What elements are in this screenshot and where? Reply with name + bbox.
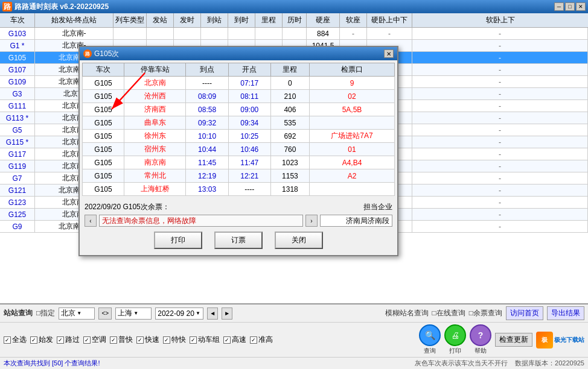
dialog-close-button[interactable]: ✕	[384, 49, 394, 58]
cb-quanxuan[interactable]	[4, 336, 11, 344]
query-button[interactable]: 🔍 查询	[419, 324, 441, 355]
dialog-print-button[interactable]: 打印	[154, 232, 202, 249]
checkbox-shifa[interactable]: 始发	[30, 335, 53, 345]
dialog-table: 车次 停靠车站 到点 开点 里程 检票口 G105北京南----07:1709G…	[82, 63, 395, 196]
dialog-nav-right[interactable]: ›	[305, 215, 318, 227]
table-row[interactable]: G103北京南-884---	[0, 28, 588, 40]
table-cell: G121	[0, 184, 35, 196]
to-station-combo[interactable]: 上海 ▼	[115, 308, 152, 320]
col-header-arrive-time[interactable]: 到时	[228, 13, 255, 27]
checkbox-kongtiao[interactable]: 空调	[83, 335, 106, 345]
close-button[interactable]: ✕	[576, 2, 586, 11]
table-cell: -	[412, 197, 588, 208]
checkbox-tekuai[interactable]: 特快	[163, 335, 186, 345]
dialog-table-cell: 常州北	[124, 169, 186, 183]
to-station-arrow: ▼	[133, 311, 138, 316]
col-header-soft-seat[interactable]: 软座	[340, 13, 367, 27]
dialog-close-btn[interactable]: 关闭	[275, 232, 323, 249]
print-icon[interactable]: 🖨	[444, 324, 466, 346]
table-cell: G125	[0, 209, 35, 220]
date-next-button[interactable]: ►	[222, 308, 232, 320]
query-icon[interactable]: 🔍	[419, 324, 441, 346]
visit-home-button[interactable]: 访问首页	[506, 306, 543, 320]
dialog-table-cell: 12:19	[186, 169, 228, 183]
table-cell: -	[412, 160, 588, 172]
dialog-col-arrive: 到点	[186, 63, 228, 77]
col-header-duration[interactable]: 历时	[283, 13, 307, 27]
dialog-table-cell: 08:58	[186, 103, 228, 116]
dialog-table-row[interactable]: G105常州北12:1912:211153A2	[83, 169, 395, 183]
filter-row: 全选 始发 路过 空调 普快	[0, 323, 588, 358]
status-result-count: 本次查询共找到 [50] 个查询结果!	[4, 359, 100, 368]
dialog-table-row[interactable]: G105沧州西08:0908:1121002	[83, 90, 395, 103]
from-station-combo[interactable]: 北京 ▼	[59, 308, 95, 320]
fuzzy-search-label[interactable]: 模糊站名查询	[385, 308, 429, 318]
dialog-table-cell: 济南西	[124, 103, 186, 116]
dialog-nav-left[interactable]: ‹	[85, 215, 97, 227]
col-header-route[interactable]: 始发站-终点站	[35, 13, 113, 27]
checkbox-gaotie[interactable]: 高速	[223, 335, 246, 345]
dialog-table-row[interactable]: G105济南西08:5809:004065A,5B	[83, 103, 395, 116]
table-cell: G103	[0, 28, 35, 39]
cb-kuaisu[interactable]	[136, 336, 144, 344]
col-header-hard-berth[interactable]: 硬卧上中下	[367, 13, 412, 27]
cb-zhungao[interactable]	[250, 336, 257, 344]
table-cell: G7	[0, 172, 35, 184]
check-update-button[interactable]: 检查更新	[495, 333, 532, 347]
col-header-soft-berth[interactable]: 软卧上下	[412, 13, 588, 27]
checkbox-dongchezu[interactable]: 动车组	[190, 335, 220, 345]
checkbox-quanxuan[interactable]: 全选	[4, 335, 27, 345]
specify-checkbox-label[interactable]: □指定	[36, 308, 55, 318]
table-cell: G5	[0, 124, 35, 136]
dialog-table-cell: 760	[270, 143, 309, 156]
dialog-table-row[interactable]: G105曲阜东09:3209:34535	[83, 116, 395, 130]
cb-dongchezu[interactable]	[190, 336, 197, 344]
jg-icon: 极	[536, 332, 553, 348]
help-button[interactable]: ? 帮助	[470, 324, 491, 355]
date-combo[interactable]: 2022-09 20 ▼	[155, 308, 203, 320]
export-result-button[interactable]: 导出结果	[547, 306, 584, 320]
col-header-from[interactable]: 发站	[147, 13, 174, 27]
cb-gaotie[interactable]	[223, 336, 231, 344]
remain-check-label[interactable]: □余票查询	[469, 308, 502, 318]
table-cell: 884	[307, 28, 340, 39]
col-header-hard-seat[interactable]: 硬座	[307, 13, 340, 27]
col-header-depart-time[interactable]: 发时	[174, 13, 201, 27]
checkbox-pukuai[interactable]: 普快	[110, 335, 133, 345]
col-header-type[interactable]: 列车类型	[113, 13, 147, 27]
maximize-button[interactable]: □	[565, 2, 575, 11]
dialog-table-cell: 08:09	[186, 90, 228, 103]
dialog-table-cell: G105	[83, 90, 124, 103]
cb-tekuai[interactable]	[163, 336, 170, 344]
col-header-train[interactable]: 车次	[0, 13, 35, 27]
table-cell: G111	[0, 100, 35, 112]
dialog-col-train: 车次	[83, 63, 124, 77]
table-cell: G117	[0, 148, 35, 160]
dialog-table-row[interactable]: G105徐州东10:1010:25692广场进站7A7	[83, 130, 395, 143]
g105-dialog: 路 G105次 ✕ 车次 停靠车站 到点 开点	[78, 46, 398, 256]
swap-stations-button[interactable]: <>	[98, 308, 112, 320]
checkbox-kuaisu[interactable]: 快速	[136, 335, 159, 345]
cb-pukuai[interactable]	[110, 336, 117, 344]
table-cell	[201, 28, 228, 39]
cb-luguo[interactable]	[57, 336, 64, 344]
date-prev-button[interactable]: ◄	[207, 308, 218, 320]
col-header-distance[interactable]: 里程	[255, 13, 283, 27]
help-icon[interactable]: ?	[470, 324, 491, 346]
dialog-table-cell: 11:47	[228, 156, 270, 169]
minimize-button[interactable]: ─	[554, 2, 564, 11]
query-label: 查询	[424, 347, 436, 355]
dialog-table-row[interactable]: G105南京南11:4511:471023A4,B4	[83, 156, 395, 169]
dialog-order-button[interactable]: 订票	[214, 232, 263, 249]
cb-shifa[interactable]	[30, 336, 37, 344]
dialog-table-row[interactable]: G105上海虹桥13:03----1318	[83, 183, 395, 196]
online-check-label[interactable]: □在线查询	[432, 308, 465, 318]
checkbox-luguo[interactable]: 路过	[57, 335, 80, 345]
col-header-to[interactable]: 到站	[201, 13, 228, 27]
print-button[interactable]: 🖨 打印	[444, 324, 466, 355]
help-label: 帮助	[475, 347, 487, 355]
checkbox-zhungao[interactable]: 准高	[250, 335, 273, 345]
dialog-table-row[interactable]: G105北京南----07:1709	[83, 77, 395, 90]
dialog-table-row[interactable]: G105宿州东10:4410:4676001	[83, 143, 395, 156]
cb-kongtiao[interactable]	[83, 336, 91, 344]
